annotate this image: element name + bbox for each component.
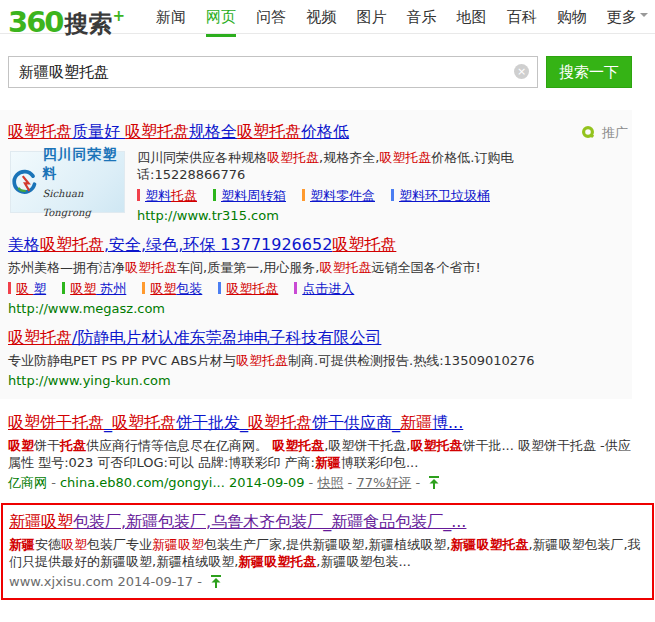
nav-tab-maps[interactable]: 地图 <box>457 8 487 34</box>
logo-360-text: 360 <box>8 5 63 39</box>
search-button[interactable]: 搜索一下 <box>546 56 632 88</box>
ad-badge-label: 推广 <box>602 125 628 140</box>
nav-tab-shopping[interactable]: 购物 <box>557 8 587 34</box>
search-input-wrap: × <box>8 56 538 88</box>
result-description: 专业防静电PET PS PP PVC ABS片材与吸塑托盘制商.可提供检测报告.… <box>8 352 610 369</box>
result-url: www.xjxisu.com 2014-09-17 - <box>9 574 206 589</box>
nav-tab-video[interactable]: 视频 <box>306 8 336 34</box>
result-sublinks[interactable]: 吸 塑吸塑 苏州吸塑包装吸塑托盘点击进入 <box>8 280 610 297</box>
advertiser-logo[interactable]: 四川同荣塑料 Sichuan Tongrong <box>10 151 125 213</box>
result-title[interactable]: 美格吸塑托盘,安全,绿色,环保 13771926652吸塑托盘 <box>8 235 610 255</box>
result-title[interactable]: 吸塑托盘/防静电片材认准东莞盈坤电子科技有限公司 <box>8 328 610 348</box>
chevron-down-icon <box>640 13 648 21</box>
nav-tab-baike[interactable]: 百科 <box>507 8 537 34</box>
promoted-icon <box>582 126 595 139</box>
search-bar: × 搜索一下 <box>8 56 655 88</box>
result-meta[interactable]: www.xjxisu.com 2014-09-17 - <box>9 573 646 590</box>
result-url: http://www.megasz.com <box>8 300 610 317</box>
nav-tab-music[interactable]: 音乐 <box>406 8 436 34</box>
result-title[interactable]: 吸塑托盘质量好 吸塑托盘规格全吸塑托盘价格低 <box>8 122 610 142</box>
360-logo[interactable]: 360搜索+ <box>8 1 125 42</box>
result-description: 四川同荣供应各种规格吸塑托盘,规格齐全,吸塑托盘价格低.订购电话:1522886… <box>137 149 610 183</box>
clear-icon[interactable]: × <box>514 64 529 79</box>
result-description: 苏州美格—拥有洁净吸塑托盘车间,质量第一,用心服务,吸塑托盘远销全国各个省市! <box>8 259 610 276</box>
result-sublinks[interactable]: 塑料托盘塑料周转箱塑料零件盒塑料环卫垃圾桶 <box>137 187 610 204</box>
tongrong-logo-icon <box>11 167 37 197</box>
advertiser-name-cn: 四川同荣塑料 <box>42 146 117 181</box>
search-result-ad-2: 美格吸塑托盘,安全,绿色,环保 13771926652吸塑托盘 苏州美格—拥有洁… <box>8 235 610 317</box>
search-input[interactable] <box>8 56 538 88</box>
nav-tab-web[interactable]: 网页 <box>206 8 236 37</box>
nav-more-label: 更多 <box>607 8 637 26</box>
search-result-5: 新疆吸塑包装厂,新疆包装厂,乌鲁木齐包装厂_新疆食品包装厂_... 新疆安德吸塑… <box>9 512 646 590</box>
search-result-ad-1: 吸塑托盘质量好 吸塑托盘规格全吸塑托盘价格低 四川同荣塑料 Sichuan To… <box>8 122 610 224</box>
advertiser-name-en: Sichuan Tongrong <box>42 188 90 218</box>
result-description: 吸塑饼干托盘供应商行情等信息尽在亿商网。 吸塑托盘,吸塑饼干托盘,吸塑托盘饼干批… <box>8 437 633 471</box>
result-description: 新疆安德吸塑包装厂专业新疆吸塑包装生产厂家,提供新疆吸塑,新疆植绒吸塑,新疆吸塑… <box>9 536 646 570</box>
search-result-4: 吸塑饼干托盘_吸塑托盘饼干批发_吸塑托盘饼干供应商_新疆博... 吸塑饼干托盘供… <box>8 413 633 491</box>
highlight-box: 新疆吸塑包装厂,新疆包装厂,乌鲁木齐包装厂_新疆食品包装厂_... 新疆安德吸塑… <box>1 503 654 600</box>
nav-tab-qa[interactable]: 问答 <box>256 8 286 34</box>
nav-tab-more[interactable]: 更多 <box>607 8 648 34</box>
ad-badge: 推广 <box>582 124 628 142</box>
logo-search-text: 搜索 <box>65 10 113 38</box>
result-meta-text: 亿商网 - china.eb80.com/gongyi... 2014-09-0… <box>8 475 424 490</box>
ad-results-block: 推广 吸塑托盘质量好 吸塑托盘规格全吸塑托盘价格低 四川同荣塑料 Sichuan… <box>0 110 632 399</box>
result-url: http://www.ying-kun.com <box>8 372 610 389</box>
result-meta[interactable]: 亿商网 - china.eb80.com/gongyi... 2014-09-0… <box>8 474 633 491</box>
top-nav: 新闻 网页 问答 视频 图片 音乐 地图 百科 购物 更多 <box>156 7 655 37</box>
logo-plus-mark: + <box>113 7 126 25</box>
result-title[interactable]: 吸塑饼干托盘_吸塑托盘饼干批发_吸塑托盘饼干供应商_新疆博... <box>8 413 633 433</box>
nav-tab-images[interactable]: 图片 <box>356 8 386 34</box>
up-arrow-icon[interactable] <box>428 476 440 489</box>
nav-tab-news[interactable]: 新闻 <box>156 8 186 34</box>
up-arrow-icon[interactable] <box>210 575 222 588</box>
search-result-ad-3: 吸塑托盘/防静电片材认准东莞盈坤电子科技有限公司 专业防静电PET PS PP … <box>8 328 610 389</box>
result-url: http://www.tr315.com <box>137 207 610 224</box>
result-title[interactable]: 新疆吸塑包装厂,新疆包装厂,乌鲁木齐包装厂_新疆食品包装厂_... <box>9 512 646 532</box>
top-bar: 360搜索+ 新闻 网页 问答 视频 图片 音乐 地图 百科 购物 更多 <box>0 0 655 34</box>
